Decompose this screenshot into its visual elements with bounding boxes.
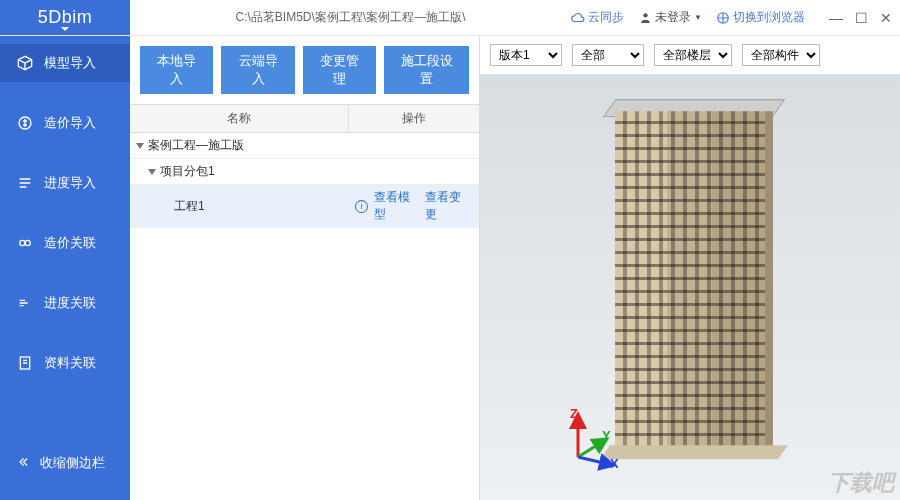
left-panel: 本地导入 云端导入 变更管理 施工段设置 名称 操作 案例工程—施工版 [130, 36, 480, 500]
sidebar-item-label: 进度导入 [44, 174, 96, 192]
sidebar-item-label: 造价关联 [44, 234, 96, 252]
cloud-import-button[interactable]: 云端导入 [221, 46, 294, 94]
tree-node-label: 工程1 [174, 198, 205, 215]
sidebar-item-label: 造价导入 [44, 114, 96, 132]
bars-icon [16, 294, 34, 312]
sidebar-item-label: 资料关联 [44, 354, 96, 372]
user-icon [638, 11, 652, 25]
svg-point-4 [25, 240, 30, 245]
toolbar: 本地导入 云端导入 变更管理 施工段设置 [130, 36, 479, 104]
svg-line-9 [578, 457, 608, 464]
titlebar: 5Dbim C:\品茗BIM5D\案例工程\案例工程—施工版\ 云同步 未登录 … [0, 0, 900, 36]
view-change-link[interactable]: 查看变更 [425, 189, 473, 223]
close-button[interactable]: ✕ [880, 10, 892, 26]
minimize-button[interactable]: — [829, 10, 843, 26]
view-model-link[interactable]: 查看模型 [374, 189, 422, 223]
tree-row[interactable]: 案例工程—施工版 [130, 133, 479, 159]
coin-icon [16, 114, 34, 132]
sidebar-item-model-import[interactable]: 模型导入 [0, 44, 130, 82]
login-label: 未登录 [655, 9, 691, 26]
link-icon [16, 234, 34, 252]
sidebar: 模型导入 造价导入 进度导入 造价关联 进度关联 资料关联 [0, 36, 130, 500]
axis-y-label: Y [602, 428, 611, 443]
list-icon [16, 174, 34, 192]
cloud-icon [571, 11, 585, 25]
login-button[interactable]: 未登录 ▼ [638, 9, 702, 26]
collapse-label: 收缩侧边栏 [40, 454, 105, 472]
change-manage-button[interactable]: 变更管理 [303, 46, 376, 94]
cloud-sync-button[interactable]: 云同步 [571, 9, 624, 26]
tree-node-label: 案例工程—施工版 [148, 137, 244, 154]
expander-icon[interactable] [136, 143, 144, 149]
sidebar-item-cost-import[interactable]: 造价导入 [0, 104, 130, 142]
filter-components-select[interactable]: 全部构件 [742, 44, 820, 66]
svg-point-0 [643, 13, 647, 17]
collapse-icon [16, 455, 30, 472]
app-logo[interactable]: 5Dbim [0, 0, 130, 35]
3d-canvas[interactable]: Z Y X [480, 75, 900, 500]
col-ops-header: 操作 [349, 105, 479, 132]
sidebar-item-label: 进度关联 [44, 294, 96, 312]
tree-node-label: 项目分包1 [160, 163, 215, 180]
filter-all-select[interactable]: 全部 [572, 44, 644, 66]
svg-line-8 [578, 442, 602, 457]
sidebar-item-schedule-link[interactable]: 进度关联 [0, 284, 130, 322]
info-icon: i [355, 200, 368, 213]
file-path: C:\品茗BIM5D\案例工程\案例工程—施工版\ [130, 9, 571, 26]
axis-x-label: X [610, 456, 619, 471]
chevron-down-icon: ▼ [694, 13, 702, 22]
section-setup-button[interactable]: 施工段设置 [384, 46, 469, 94]
sidebar-item-cost-link[interactable]: 造价关联 [0, 224, 130, 262]
filter-floors-select[interactable]: 全部楼层 [654, 44, 732, 66]
switch-browser-label: 切换到浏览器 [733, 9, 805, 26]
col-name-header: 名称 [130, 105, 349, 132]
viewer-panel: 版本1 全部 全部楼层 全部构件 [480, 36, 900, 500]
building-model [615, 111, 765, 451]
cube-icon [16, 54, 34, 72]
axis-gizmo[interactable]: Z Y X [558, 412, 618, 472]
version-select[interactable]: 版本1 [490, 44, 562, 66]
local-import-button[interactable]: 本地导入 [140, 46, 213, 94]
svg-point-3 [20, 240, 25, 245]
sidebar-item-schedule-import[interactable]: 进度导入 [0, 164, 130, 202]
sidebar-item-label: 模型导入 [44, 54, 96, 72]
sidebar-collapse-button[interactable]: 收缩侧边栏 [0, 440, 130, 486]
doc-icon [16, 354, 34, 372]
axis-z-label: Z [570, 406, 578, 421]
sidebar-item-doc-link[interactable]: 资料关联 [0, 344, 130, 382]
maximize-button[interactable]: ☐ [855, 10, 868, 26]
cloud-sync-label: 云同步 [588, 9, 624, 26]
tree-row[interactable]: 项目分包1 [130, 159, 479, 185]
browser-icon [716, 11, 730, 25]
switch-browser-button[interactable]: 切换到浏览器 [716, 9, 805, 26]
viewer-toolbar: 版本1 全部 全部楼层 全部构件 [480, 36, 900, 75]
expander-icon[interactable] [148, 169, 156, 175]
logo-text: 5Dbim [38, 7, 93, 28]
tree-row[interactable]: 工程1 i 查看模型 查看变更 [130, 185, 479, 228]
project-tree: 名称 操作 案例工程—施工版 项目分包1 工程1 i [130, 104, 479, 500]
